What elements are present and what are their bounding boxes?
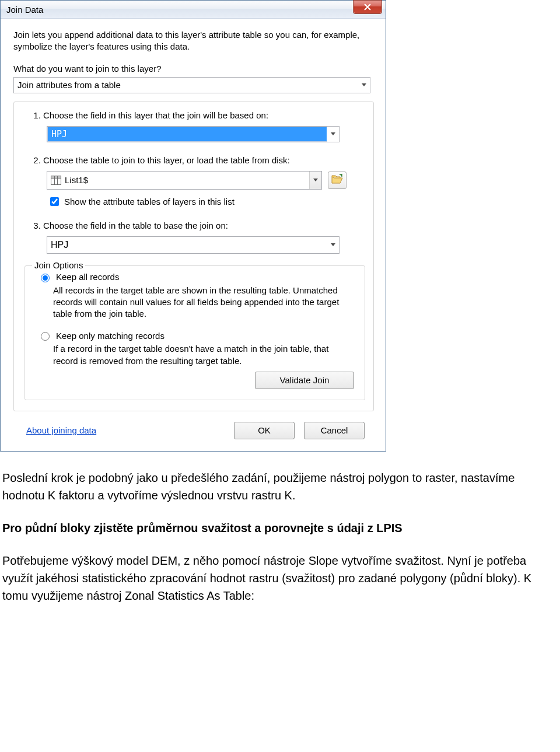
folder-open-icon	[331, 174, 343, 186]
join-data-dialog: Join Data Join lets you append additiona…	[0, 0, 386, 452]
dialog-title: Join Data	[6, 5, 43, 15]
layer-field-value: HPJ	[48, 127, 327, 141]
close-button[interactable]	[353, 0, 382, 14]
document-body: Poslední krok je podobný jako u předešlé…	[0, 452, 560, 623]
doc-para-2: Potřebujeme výškový model DEM, z něho po…	[2, 552, 558, 604]
step-3: Choose the field in the table to base th…	[43, 221, 363, 254]
join-question-label: What do you want to join to this layer?	[13, 64, 374, 74]
keep-all-label: Keep all records	[56, 272, 119, 282]
validate-join-button[interactable]: Validate Join	[255, 372, 354, 389]
table-icon	[51, 176, 61, 185]
chevron-down-icon	[327, 127, 339, 142]
chevron-down-icon	[327, 237, 339, 253]
chevron-down-icon	[358, 78, 370, 93]
titlebar: Join Data	[1, 1, 386, 19]
doc-para-1: Poslední krok je podobný jako u předešlé…	[2, 469, 558, 504]
step2-label: Choose the table to join to this layer, …	[43, 155, 363, 165]
ok-button[interactable]: OK	[234, 422, 295, 439]
keep-matching-desc: If a record in the target table doesn't …	[53, 343, 354, 367]
join-table-value: List1$	[47, 172, 309, 189]
join-type-combo[interactable]: Join attributes from a table	[13, 77, 370, 93]
cancel-button[interactable]: Cancel	[304, 422, 365, 439]
keep-matching-radio[interactable]	[41, 332, 50, 341]
step-1: Choose the field in this layer that the …	[43, 110, 363, 142]
table-field-value: HPJ	[47, 237, 327, 253]
table-field-combo[interactable]: HPJ	[47, 236, 340, 254]
keep-matching-label: Keep only matching records	[56, 331, 164, 341]
join-options-group: Join Options Keep all records All record…	[24, 265, 365, 400]
join-options-legend: Join Options	[32, 260, 85, 270]
layer-field-combo[interactable]: HPJ	[47, 126, 340, 142]
show-attr-tables-label: Show the attribute tables of layers in t…	[64, 197, 235, 207]
keep-all-radio[interactable]	[41, 274, 50, 282]
step1-label: Choose the field in this layer that the …	[43, 110, 363, 120]
keep-all-desc: All records in the target table are show…	[53, 285, 354, 320]
show-attr-tables-checkbox[interactable]	[50, 197, 59, 206]
chevron-down-icon	[309, 172, 321, 189]
about-joining-link[interactable]: About joining data	[26, 425, 96, 435]
close-icon	[363, 2, 372, 12]
join-table-combo[interactable]: List1$	[47, 171, 322, 190]
browse-table-button[interactable]	[328, 172, 346, 189]
step3-label: Choose the field in the table to base th…	[43, 221, 363, 230]
doc-heading: Pro půdní bloky zjistěte průměrnou svaži…	[2, 519, 558, 537]
steps-group: Choose the field in this layer that the …	[13, 102, 374, 411]
intro-text: Join lets you append additional data to …	[13, 29, 374, 53]
step-2: Choose the table to join to this layer, …	[43, 155, 363, 208]
join-type-value: Join attributes from a table	[14, 78, 358, 93]
